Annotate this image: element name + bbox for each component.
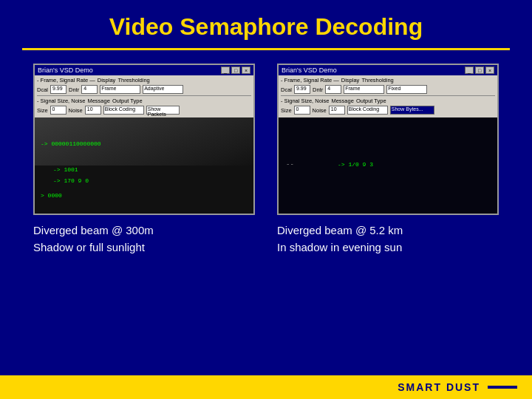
left-coding-select[interactable]: Block Coding	[103, 106, 144, 115]
right-thresholding-label: Thresholding	[361, 77, 393, 83]
right-dntr-input[interactable]: 4	[325, 85, 341, 94]
title-divider	[22, 48, 510, 50]
maximize-btn-right[interactable]: □	[475, 66, 484, 74]
right-overlay-dashes: --	[286, 160, 294, 170]
left-vsd-window: Brian's VSD Demo _ □ × - Frame, Signal R…	[33, 64, 255, 215]
left-row4: Size 0 Noise 10 Block Coding Show Packet…	[37, 106, 251, 115]
left-noise-input[interactable]: 10	[85, 106, 101, 115]
right-size-input[interactable]: 0	[294, 106, 310, 115]
right-row3: - Signal Size, Noise Message Output Type	[281, 98, 495, 104]
left-overlay-line3: -> 170 9 0	[53, 177, 89, 185]
page-title: Video Semaphore Decoding	[0, 0, 532, 48]
bottom-accent	[488, 386, 517, 389]
right-row1: - Frame, Signal Rate — Display Threshold…	[281, 77, 495, 83]
right-threshold-select[interactable]: Fixed	[386, 85, 427, 94]
left-panel: Brian's VSD Demo _ □ × - Frame, Signal R…	[33, 64, 255, 256]
left-caption: Diverged beam @ 300m Shadow or full sunl…	[33, 222, 255, 256]
left-dntr-label: Dntr	[69, 86, 79, 93]
right-output-type-label: Output Type	[356, 98, 386, 104]
left-caption2: Shadow or full sunlight	[33, 239, 255, 256]
right-caption1: Diverged beam @ 5.2 km	[277, 222, 499, 239]
left-titlebar: Brian's VSD Demo _ □ ×	[35, 65, 253, 75]
left-overlay-line1: -> 00000110000000	[41, 140, 101, 148]
left-size-input[interactable]: 0	[50, 106, 66, 115]
left-size-label: Size	[37, 107, 48, 114]
right-caption: Diverged beam @ 5.2 km In shadow in even…	[277, 222, 499, 256]
left-dcal-label: Dcal	[37, 86, 48, 93]
left-toolbar: - Frame, Signal Rate — Display Threshold…	[35, 75, 253, 117]
right-row2: Dcal 9.99 Dntr 4 Frame Fixed	[281, 85, 495, 94]
minimize-btn-left[interactable]: _	[221, 66, 230, 74]
right-noise-input[interactable]: 10	[329, 106, 345, 115]
left-caption1: Diverged beam @ 300m	[33, 222, 255, 239]
left-overlay-line4: > 0000	[41, 191, 62, 200]
left-threshold-select[interactable]: Adaptive	[143, 85, 183, 94]
close-btn-right[interactable]: ×	[485, 66, 494, 74]
maximize-btn-left[interactable]: □	[231, 66, 240, 74]
left-row1: - Frame, Signal Rate — Display Threshold…	[37, 77, 251, 83]
left-window-controls: _ □ ×	[221, 66, 250, 74]
right-coding-select[interactable]: Block Coding	[347, 106, 388, 115]
left-window-title: Brian's VSD Demo	[38, 66, 93, 74]
right-caption2: In shadow in evening sun	[277, 239, 499, 256]
right-output-select[interactable]: Show Bytes...	[390, 106, 434, 115]
close-btn-left[interactable]: ×	[242, 66, 250, 74]
right-display-select[interactable]: Frame	[344, 85, 384, 94]
brand-label: SMART DUST	[398, 381, 480, 393]
right-dcal-label: Dcal	[281, 86, 292, 93]
right-vsd-window: Brian's VSD Demo _ □ × - Frame, Signal R…	[277, 64, 499, 215]
right-signal-label: - Signal Size, Noise	[281, 98, 329, 104]
left-dntr-input[interactable]: 4	[81, 85, 98, 94]
left-output-type-label: Output Type	[112, 98, 143, 104]
left-screen: -> 00000110000000 -> 1001 -> 170 9 0 > 0…	[35, 117, 253, 214]
bottom-bar: SMART DUST	[0, 375, 532, 399]
right-noise-label: Noise	[313, 107, 327, 114]
right-dcal-input[interactable]: 9.99	[294, 85, 310, 94]
right-screen: -- -> 1/0 9 3	[279, 117, 497, 214]
left-display-select[interactable]: Frame	[100, 85, 140, 94]
left-signal-label: - Signal Size, Noise	[37, 98, 85, 104]
left-row2: Dcal 9.99 Dntr 4 Frame Adaptive	[37, 85, 251, 94]
right-overlay-value: -> 1/0 9 3	[338, 160, 373, 168]
left-thresholding-label: Thresholding	[117, 77, 149, 83]
right-scene-bg	[279, 117, 497, 214]
left-output-select[interactable]: Show Packets	[146, 106, 180, 115]
left-divider1	[37, 95, 251, 96]
right-message-label: Message	[331, 98, 353, 104]
left-overlay-line2: -> 1001	[53, 166, 78, 174]
content-area: Brian's VSD Demo _ □ × - Frame, Signal R…	[0, 64, 532, 256]
right-frame-label: - Frame, Signal Rate —	[281, 77, 339, 83]
right-display-label: Display	[341, 77, 360, 83]
right-row4: Size 0 Noise 10 Block Coding Show Bytes.…	[281, 106, 495, 115]
minimize-btn-right[interactable]: _	[465, 66, 474, 74]
right-toolbar: - Frame, Signal Rate — Display Threshold…	[279, 75, 497, 117]
left-frame-label: - Frame, Signal Rate —	[37, 77, 95, 83]
right-window-title: Brian's VSD Demo	[282, 66, 337, 74]
left-noise-label: Noise	[69, 107, 83, 114]
left-message-label: Message	[87, 98, 109, 104]
right-dntr-label: Dntr	[313, 86, 323, 93]
right-titlebar: Brian's VSD Demo _ □ ×	[279, 65, 497, 75]
left-dcal-input[interactable]: 9.99	[50, 85, 66, 94]
right-panel: Brian's VSD Demo _ □ × - Frame, Signal R…	[277, 64, 499, 256]
right-window-controls: _ □ ×	[465, 66, 494, 74]
right-size-label: Size	[281, 107, 292, 114]
right-divider1	[281, 95, 495, 96]
left-row3: - Signal Size, Noise Message Output Type	[37, 98, 251, 104]
left-display-label: Display	[98, 77, 116, 83]
